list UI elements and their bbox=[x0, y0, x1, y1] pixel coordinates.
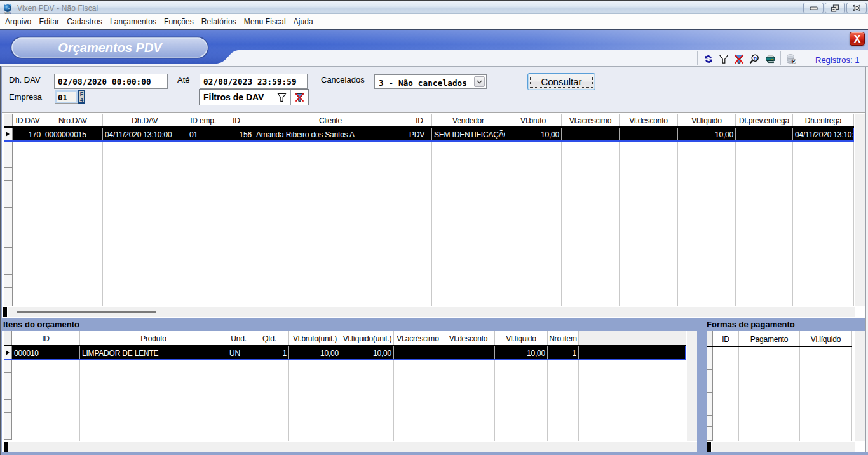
cell[interactable] bbox=[620, 128, 678, 140]
empresa-input[interactable]: 01 bbox=[55, 90, 78, 104]
payments-hscrollbar[interactable] bbox=[712, 442, 855, 452]
window-title: Vixen PDV - Não Fiscal bbox=[17, 4, 98, 13]
row-indicator-cell bbox=[4, 413, 12, 426]
current-row-arrow bbox=[6, 350, 10, 355]
column-header[interactable]: Pagamento bbox=[739, 331, 800, 346]
column-header[interactable]: Qtd. bbox=[250, 331, 289, 345]
empresa-f4-button[interactable]: F4 bbox=[78, 90, 85, 104]
dh-dav-from-input[interactable]: 02/08/2020 00:00:00 bbox=[54, 74, 168, 89]
menu-arquivo[interactable]: Arquivo bbox=[1, 14, 35, 29]
column-header[interactable]: Vl.líquido bbox=[495, 331, 548, 345]
chevron-down-icon[interactable] bbox=[474, 76, 485, 87]
window-close-button[interactable] bbox=[846, 3, 867, 13]
cell[interactable] bbox=[562, 128, 620, 140]
column-line bbox=[619, 128, 620, 306]
main-hscrollbar-thumb[interactable] bbox=[17, 311, 156, 313]
column-header[interactable]: ID bbox=[407, 114, 432, 126]
menu-funcoes[interactable]: Funções bbox=[160, 14, 198, 29]
cell[interactable]: SEM IDENTIFICAÇÃO bbox=[432, 128, 505, 140]
refresh-icon[interactable] bbox=[703, 54, 714, 64]
filtros-de-dav-panel[interactable]: Filtros de DAV bbox=[199, 89, 309, 105]
cell[interactable]: 04/11/2020 13:10:00 bbox=[103, 128, 187, 140]
column-header[interactable]: Vl.bruto(unit.) bbox=[289, 331, 341, 345]
cancelados-select[interactable]: 3 - Não cancelados bbox=[374, 74, 487, 89]
column-header[interactable]: Produto bbox=[80, 331, 227, 345]
column-header[interactable]: Vl.bruto bbox=[505, 114, 562, 126]
cell[interactable]: 000010 bbox=[12, 346, 80, 359]
cell-filler bbox=[579, 346, 686, 359]
column-header[interactable]: Und. bbox=[227, 331, 250, 345]
menu-menu-fiscal[interactable]: Menu Fiscal bbox=[240, 14, 290, 29]
column-header[interactable]: ID emp. bbox=[187, 114, 219, 126]
cell[interactable]: 10,00 bbox=[495, 346, 548, 359]
search-icon[interactable]: n bbox=[749, 54, 759, 64]
dav-clear-filter-icon[interactable] bbox=[290, 90, 308, 105]
clear-filter-icon[interactable] bbox=[734, 54, 744, 64]
cell[interactable]: 10,00 bbox=[678, 128, 736, 140]
menu-ajuda[interactable]: Ajuda bbox=[290, 14, 317, 29]
cell[interactable] bbox=[442, 346, 495, 359]
menu-editar[interactable]: Editar bbox=[35, 14, 63, 29]
column-line bbox=[494, 346, 495, 441]
cell[interactable] bbox=[736, 128, 793, 140]
column-header[interactable]: Nro.item bbox=[548, 331, 579, 345]
items-hscrollbar[interactable] bbox=[8, 442, 697, 452]
column-header[interactable]: Dt.prev.entrega bbox=[736, 114, 793, 126]
payments-vscrollbar[interactable] bbox=[855, 331, 865, 441]
cell[interactable]: 04/11/2020 13:10:00 bbox=[793, 128, 854, 140]
column-header[interactable]: Nro.DAV bbox=[43, 114, 103, 126]
menu-relatorios[interactable]: Relatórios bbox=[198, 14, 240, 29]
column-header[interactable]: Vl.líquido bbox=[800, 331, 852, 346]
dav-filter-icon[interactable] bbox=[273, 90, 290, 105]
column-header[interactable]: Dh.entrega bbox=[793, 114, 854, 126]
cell[interactable]: 170 bbox=[13, 128, 43, 140]
items-vscrollbar[interactable] bbox=[687, 331, 697, 441]
column-header[interactable]: ID bbox=[219, 114, 254, 126]
cell[interactable]: Amanda Ribeiro dos Santos A bbox=[254, 128, 407, 140]
minimize-button[interactable] bbox=[803, 3, 824, 13]
cell[interactable]: 156 bbox=[219, 128, 254, 140]
column-header[interactable]: Vl.desconto bbox=[442, 331, 495, 345]
cell[interactable]: 10,00 bbox=[341, 346, 394, 359]
application-window: VIXEN Vixen PDV - Não Fiscal Arquivo Edi… bbox=[0, 0, 868, 455]
cell[interactable] bbox=[394, 346, 442, 359]
cell[interactable]: 1 bbox=[250, 346, 289, 359]
restore-icon bbox=[831, 4, 839, 12]
cell[interactable]: UN bbox=[227, 346, 250, 359]
print-icon[interactable] bbox=[765, 54, 775, 64]
column-header[interactable]: Dh.DAV bbox=[103, 114, 187, 126]
svg-text:P: P bbox=[792, 59, 796, 64]
column-header[interactable]: ID DAV bbox=[13, 114, 43, 126]
itens-section-title: Itens do orçamento bbox=[3, 320, 79, 329]
database-icon[interactable]: P bbox=[786, 54, 796, 64]
menu-lancamentos[interactable]: Lançamentos bbox=[106, 14, 160, 29]
cell[interactable]: 10,00 bbox=[505, 128, 562, 140]
column-header[interactable]: ID bbox=[12, 331, 80, 345]
column-line bbox=[187, 128, 187, 306]
row-indicator-cell bbox=[4, 373, 12, 386]
dh-dav-to-input[interactable]: 02/08/2023 23:59:59 bbox=[200, 74, 308, 89]
column-header-filler bbox=[579, 331, 686, 345]
column-header[interactable]: ID bbox=[713, 331, 739, 346]
filter-icon[interactable] bbox=[719, 54, 729, 64]
cell[interactable]: PDV bbox=[407, 128, 432, 140]
main-vscrollbar[interactable] bbox=[855, 114, 865, 306]
cell[interactable]: LIMPADOR DE LENTE bbox=[80, 346, 227, 359]
cancelados-value: 3 - Não cancelados bbox=[379, 78, 467, 88]
cell[interactable]: 01 bbox=[187, 128, 219, 140]
menu-cadastros[interactable]: Cadastros bbox=[63, 14, 106, 29]
column-header[interactable]: Vl.desconto bbox=[620, 114, 678, 126]
consultar-button[interactable]: Consultar bbox=[527, 73, 595, 90]
title-bar: VIXEN Vixen PDV - Não Fiscal bbox=[0, 1, 868, 14]
column-header[interactable]: Vl.acréscimo bbox=[562, 114, 620, 126]
column-header[interactable]: Vl.líquido(unit.) bbox=[341, 331, 394, 345]
cell[interactable]: 1 bbox=[548, 346, 579, 359]
restore-button[interactable] bbox=[825, 3, 845, 13]
column-header[interactable]: Cliente bbox=[254, 114, 407, 126]
column-header[interactable]: Vl.acréscimo bbox=[394, 331, 442, 345]
cell[interactable]: 0000000015 bbox=[43, 128, 103, 140]
column-header[interactable]: Vl.líquido bbox=[678, 114, 736, 126]
form-close-button[interactable]: X bbox=[850, 32, 865, 46]
column-header[interactable]: Vendedor bbox=[432, 114, 505, 126]
cell[interactable]: 10,00 bbox=[289, 346, 341, 359]
